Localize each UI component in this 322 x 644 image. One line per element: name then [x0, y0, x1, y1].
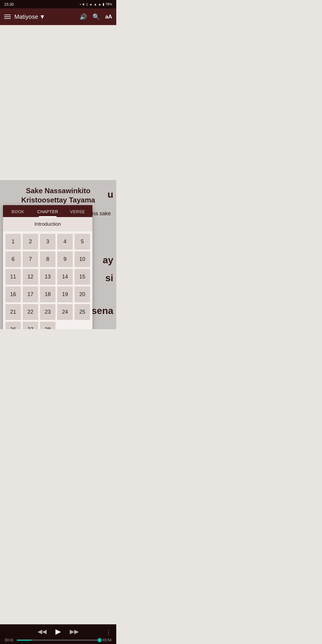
chapter-16[interactable]: 16 [5, 287, 21, 302]
introduction-option[interactable]: Introduction [3, 217, 92, 231]
tab-chapter[interactable]: CHAPTER [33, 205, 63, 217]
chapter-28[interactable]: 28 [40, 322, 55, 329]
chapter-19[interactable]: 19 [57, 287, 73, 302]
wifi-icon: ▲ [89, 2, 92, 6]
chapter-17[interactable]: 17 [23, 287, 38, 302]
chapter-3[interactable]: 3 [40, 234, 55, 250]
chapter-20[interactable]: 20 [75, 287, 90, 302]
chapter-7[interactable]: 7 [23, 251, 38, 267]
dropdown-arrow-icon[interactable]: ▼ [39, 13, 45, 20]
dropdown-tab-bar: BOOK CHAPTER VERSE [3, 205, 92, 217]
chapter-18[interactable]: 18 [40, 287, 55, 302]
vibrate-icon: ▯ [86, 2, 88, 6]
chapter-4[interactable]: 4 [57, 234, 73, 250]
chapter-15[interactable]: 15 [75, 269, 90, 285]
chapter-24[interactable]: 24 [57, 304, 73, 320]
chapter-14[interactable]: 14 [57, 269, 73, 285]
bluetooth-icon: • [80, 2, 81, 6]
content-area: u ay si sena Sake Nassawinkito Kristoose… [0, 180, 116, 329]
battery-icon: ▮ [103, 2, 104, 6]
app-bar: Matiyose ▼ 🔊 🔍 aA [0, 8, 116, 25]
chapter-2[interactable]: 2 [23, 234, 38, 250]
tab-verse[interactable]: VERSE [63, 205, 92, 217]
chapter-13[interactable]: 13 [40, 269, 55, 285]
app-bar-actions: 🔊 🔍 aA [80, 13, 112, 20]
signal-icon: ▲ [94, 2, 97, 6]
chapter-grid: 1 2 3 4 5 6 7 8 9 10 11 12 13 14 15 16 1… [3, 231, 92, 329]
status-icons: • ★ ▯ ▲ ▲ ▲ ▮ 78% [80, 2, 112, 6]
chapter-11[interactable]: 11 [5, 269, 21, 285]
search-button[interactable]: 🔍 [92, 13, 100, 20]
app-title: Matiyose ▼ [14, 13, 76, 20]
chapter-27[interactable]: 27 [23, 322, 38, 329]
chapter-dropdown: BOOK CHAPTER VERSE Introduction 1 2 3 4 … [3, 205, 92, 329]
chapter-25[interactable]: 25 [75, 304, 90, 320]
chapter-21[interactable]: 21 [5, 304, 21, 320]
status-time: 15:30 [4, 2, 14, 7]
chapter-26[interactable]: 26 [5, 322, 21, 329]
menu-button[interactable] [4, 15, 11, 19]
bluetooth-symbol: ★ [82, 2, 85, 6]
chapter-9[interactable]: 9 [57, 251, 73, 267]
chapter-5[interactable]: 5 [75, 234, 90, 250]
tab-book[interactable]: BOOK [3, 205, 33, 217]
battery-level: 78% [106, 2, 112, 6]
chapter-12[interactable]: 12 [23, 269, 38, 285]
signal-icon2: ▲ [98, 2, 101, 6]
chapter-10[interactable]: 10 [75, 251, 90, 267]
chapter-6[interactable]: 6 [5, 251, 21, 267]
chapter-22[interactable]: 22 [23, 304, 38, 320]
volume-button[interactable]: 🔊 [80, 13, 87, 20]
chapter-1[interactable]: 1 [5, 234, 21, 250]
status-bar: 15:30 • ★ ▯ ▲ ▲ ▲ ▮ 78% [0, 0, 116, 8]
chapter-23[interactable]: 23 [40, 304, 55, 320]
chapter-8[interactable]: 8 [40, 251, 55, 267]
app-title-text: Matiyose [14, 13, 38, 20]
font-size-button[interactable]: aA [105, 14, 112, 20]
